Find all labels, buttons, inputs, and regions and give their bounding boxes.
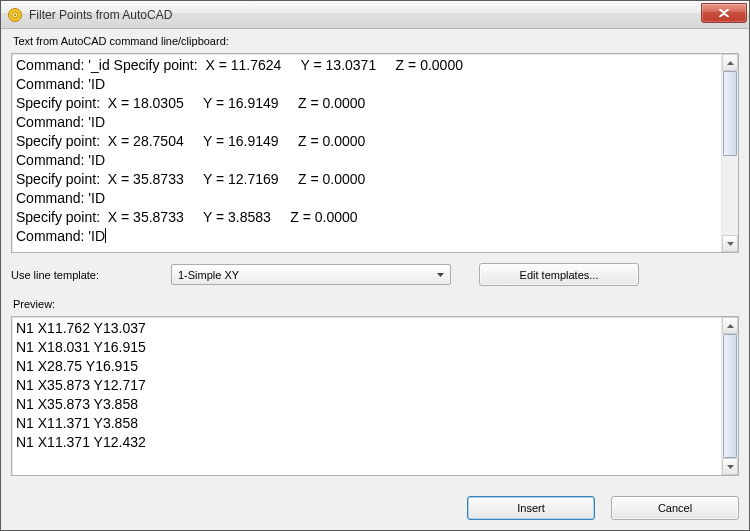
input-label: Text from AutoCAD command line/clipboard… bbox=[11, 33, 739, 49]
scroll-thumb[interactable] bbox=[723, 334, 737, 458]
preview-label: Preview: bbox=[11, 296, 739, 312]
autocad-text-input[interactable]: Command: '_id Specify point: X = 11.7624… bbox=[11, 53, 739, 253]
input-scrollbar[interactable] bbox=[721, 54, 738, 252]
title-bar: Filter Points from AutoCAD bbox=[1, 1, 749, 29]
scroll-track[interactable] bbox=[722, 334, 738, 458]
preview-text-content: N1 X11.762 Y13.037 N1 X18.031 Y16.915 N1… bbox=[12, 317, 721, 475]
chevron-down-icon bbox=[432, 266, 448, 283]
scroll-down-arrow-icon[interactable] bbox=[722, 458, 738, 475]
template-label: Use line template: bbox=[11, 269, 161, 281]
template-selected: 1-Simple XY bbox=[178, 269, 432, 281]
window-title: Filter Points from AutoCAD bbox=[29, 8, 701, 22]
svg-point-2 bbox=[14, 14, 16, 16]
dialog-content: Text from AutoCAD command line/clipboard… bbox=[1, 29, 749, 488]
template-dropdown[interactable]: 1-Simple XY bbox=[171, 264, 451, 285]
text-caret bbox=[105, 228, 106, 243]
dialog-button-row: Insert Cancel bbox=[1, 488, 749, 530]
template-row: Use line template: 1-Simple XY Edit temp… bbox=[11, 257, 739, 292]
scroll-track[interactable] bbox=[722, 71, 738, 235]
scroll-up-arrow-icon[interactable] bbox=[722, 54, 738, 71]
edit-templates-button[interactable]: Edit templates... bbox=[479, 263, 639, 286]
scroll-down-arrow-icon[interactable] bbox=[722, 235, 738, 252]
cancel-button[interactable]: Cancel bbox=[611, 496, 739, 520]
dialog-window: Filter Points from AutoCAD Text from Aut… bbox=[0, 0, 750, 531]
close-button[interactable] bbox=[701, 3, 747, 23]
scroll-thumb[interactable] bbox=[723, 71, 737, 156]
input-text-content: Command: '_id Specify point: X = 11.7624… bbox=[16, 57, 463, 244]
insert-button[interactable]: Insert bbox=[467, 496, 595, 520]
preview-scrollbar[interactable] bbox=[721, 317, 738, 475]
app-icon bbox=[7, 7, 23, 23]
preview-output[interactable]: N1 X11.762 Y13.037 N1 X18.031 Y16.915 N1… bbox=[11, 316, 739, 476]
scroll-up-arrow-icon[interactable] bbox=[722, 317, 738, 334]
